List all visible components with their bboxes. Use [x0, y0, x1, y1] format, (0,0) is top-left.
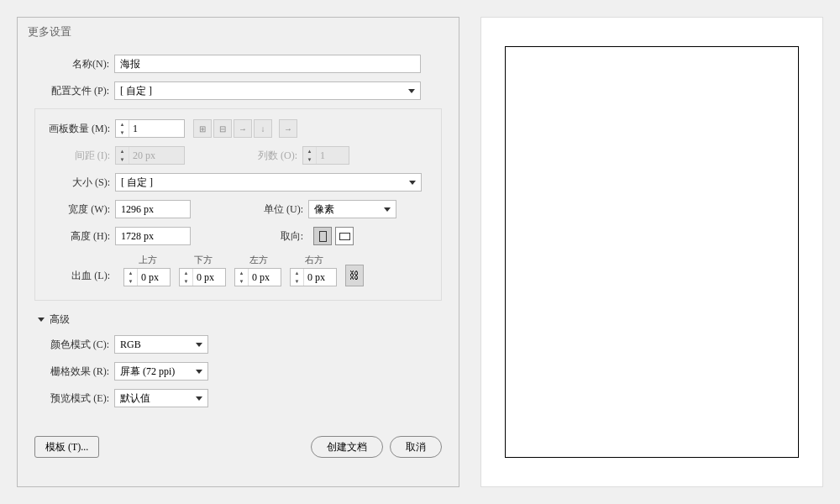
- bleed-right-label: 右方: [290, 254, 337, 266]
- size-label: 大小 (S):: [35, 176, 115, 190]
- arrow-next-icon[interactable]: →: [279, 119, 297, 138]
- raster-label: 栅格效果 (R):: [34, 365, 114, 379]
- color-mode-select[interactable]: RGB: [114, 335, 208, 354]
- orientation-portrait-button[interactable]: [313, 227, 332, 245]
- link-bleed-icon[interactable]: ⛓: [345, 265, 364, 286]
- cancel-button[interactable]: 取消: [390, 436, 442, 458]
- preview-panel: [480, 17, 823, 487]
- artboards-label: 画板数量 (M):: [35, 122, 115, 136]
- arrow-right-icon[interactable]: →: [234, 119, 252, 138]
- chevron-down-icon: [38, 318, 45, 322]
- artboards-spinner[interactable]: ▲▼: [115, 119, 185, 138]
- dialog-title: 更多设置: [18, 18, 459, 46]
- bleed-top-label: 上方: [123, 254, 171, 266]
- settings-dialog: 更多设置 名称(N): 配置文件 (P): [ 自定 ] 画板数量 (M): ▲…: [17, 17, 459, 487]
- size-select[interactable]: [ 自定 ]: [115, 173, 422, 192]
- height-label: 高度 (H):: [35, 229, 115, 244]
- width-label: 宽度 (W):: [35, 202, 115, 217]
- spacing-label: 间距 (I):: [35, 149, 115, 163]
- bleed-bottom-spinner[interactable]: ▲▼: [179, 268, 226, 286]
- bleed-right-spinner[interactable]: ▲▼: [290, 268, 337, 286]
- spacing-spinner: ▲▼: [115, 146, 185, 165]
- name-label: 名称(N):: [34, 57, 114, 71]
- bleed-left-spinner[interactable]: ▲▼: [234, 268, 281, 286]
- width-input[interactable]: [115, 200, 191, 218]
- name-input[interactable]: [114, 55, 421, 73]
- artboard-preview: [505, 46, 799, 458]
- color-mode-label: 颜色模式 (C):: [34, 338, 114, 352]
- bleed-left-label: 左方: [234, 254, 281, 266]
- arrow-down-icon[interactable]: ↓: [254, 119, 272, 138]
- grid-col-icon[interactable]: ⊟: [213, 119, 232, 138]
- profile-select[interactable]: [ 自定 ]: [114, 81, 421, 100]
- preview-mode-select[interactable]: 默认值: [114, 389, 208, 407]
- height-input[interactable]: [115, 227, 191, 245]
- bleed-label: 出血 (L):: [35, 269, 115, 286]
- create-document-button[interactable]: 创建文档: [311, 436, 383, 458]
- columns-label: 列数 (O):: [242, 149, 302, 163]
- templates-button[interactable]: 模板 (T)...: [34, 436, 99, 458]
- units-select[interactable]: 像素: [308, 200, 396, 218]
- bleed-bottom-label: 下方: [179, 254, 226, 266]
- grid-row-icon[interactable]: ⊞: [193, 119, 212, 138]
- columns-spinner: ▲▼: [302, 146, 349, 165]
- preview-mode-label: 预览模式 (E):: [34, 391, 114, 406]
- advanced-section-header[interactable]: 高级: [38, 312, 442, 327]
- orientation-landscape-button[interactable]: [335, 227, 354, 245]
- bleed-top-spinner[interactable]: ▲▼: [123, 268, 171, 286]
- profile-label: 配置文件 (P):: [34, 84, 114, 98]
- orientation-label: 取向:: [248, 229, 308, 244]
- units-label: 单位 (U):: [248, 202, 308, 217]
- raster-select[interactable]: 屏幕 (72 ppi): [114, 362, 208, 381]
